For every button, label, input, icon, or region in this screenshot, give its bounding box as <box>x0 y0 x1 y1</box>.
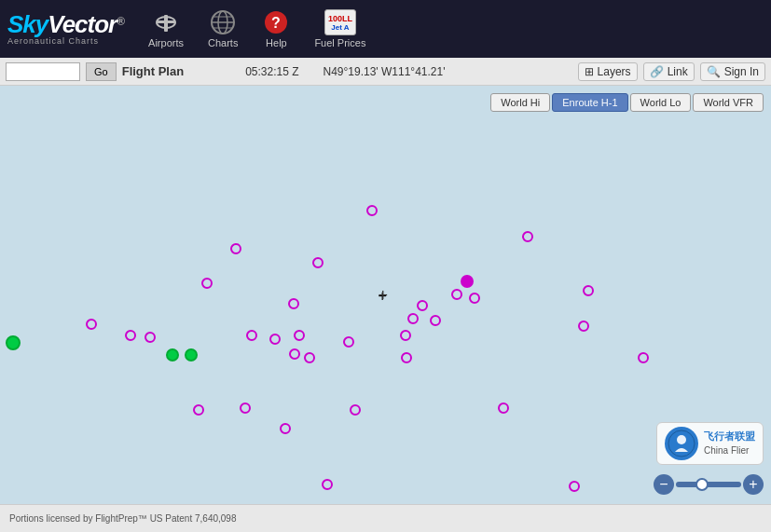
flight-plan-label: Flight Plan <box>122 64 184 78</box>
layers-label: Layers <box>598 65 631 78</box>
airport-dot[interactable] <box>469 293 480 304</box>
airport-dot[interactable] <box>294 330 305 341</box>
airport-dot[interactable] <box>451 289 462 300</box>
world-vfr-button[interactable]: World VFR <box>693 93 764 112</box>
airport-dot[interactable] <box>583 285 594 296</box>
airport-dot[interactable] <box>366 205 378 216</box>
airport-dot[interactable] <box>185 348 198 361</box>
airport-dot[interactable] <box>201 278 213 289</box>
airport-dot[interactable] <box>461 275 474 288</box>
airport-dot[interactable] <box>230 243 241 254</box>
airport-dot[interactable] <box>125 330 136 341</box>
china-flier-watermark[interactable]: 飞行者联盟 China Flier <box>656 422 764 465</box>
logo-text: SkyVector® <box>7 12 124 36</box>
airport-dot[interactable] <box>269 334 281 345</box>
airport-dot[interactable] <box>289 348 300 360</box>
airport-dot[interactable] <box>343 336 354 348</box>
logo-sub: Aeronautical Charts <box>7 36 124 46</box>
airport-dot[interactable] <box>350 404 361 416</box>
zoom-slider[interactable] <box>676 482 741 487</box>
header: SkyVector® Aeronautical Charts Airports … <box>0 0 771 58</box>
time-display: 05:32:15 Z <box>245 65 298 78</box>
airport-dot[interactable] <box>407 313 419 324</box>
airport-dot[interactable] <box>498 402 509 414</box>
charts-icon <box>209 9 237 35</box>
crosshair: + <box>379 288 393 303</box>
zoom-out-button[interactable]: − <box>654 474 674 495</box>
nav-airports[interactable]: Airports <box>139 6 193 52</box>
nav-help[interactable]: ? Help <box>253 6 299 52</box>
airport-dot[interactable] <box>240 402 251 414</box>
airport-dot[interactable] <box>578 321 589 332</box>
airport-dot[interactable] <box>400 330 411 341</box>
airports-icon <box>151 9 181 35</box>
world-hi-button[interactable]: World Hi <box>490 93 550 112</box>
airport-dot[interactable] <box>401 352 412 363</box>
sign-in-icon: 🔍 <box>707 65 721 78</box>
svg-rect-2 <box>157 20 175 23</box>
layers-button[interactable]: ⊞ Layers <box>578 62 638 81</box>
airport-dot[interactable] <box>430 315 441 326</box>
airport-dot[interactable] <box>417 300 428 311</box>
airport-dot[interactable] <box>312 257 324 268</box>
svg-text:?: ? <box>272 15 282 31</box>
search-input[interactable] <box>6 62 80 81</box>
license-text: Portions licensed by FlightPrep™ US Pate… <box>9 513 236 524</box>
airport-dot[interactable] <box>304 352 315 363</box>
layers-icon: ⊞ <box>585 65 594 78</box>
link-icon: 🔗 <box>650 65 664 78</box>
coords-display: N49°19.13' W111°41.21' <box>324 65 446 78</box>
nav-charts[interactable]: Charts <box>199 6 247 52</box>
fuel-icon: 100LL Jet A <box>324 9 356 35</box>
fuel-label: Fuel Prices <box>314 37 365 48</box>
svg-point-12 <box>677 435 686 444</box>
sign-in-label: Sign In <box>724 65 759 78</box>
airport-dot[interactable] <box>86 319 97 330</box>
sign-in-button[interactable]: 🔍 Sign In <box>700 62 765 81</box>
airport-dot[interactable] <box>193 404 204 416</box>
zoom-in-button[interactable]: + <box>743 474 764 495</box>
airport-dot[interactable] <box>288 298 299 309</box>
airport-dot[interactable] <box>280 423 291 434</box>
airports-label: Airports <box>148 37 184 48</box>
go-button[interactable]: Go <box>86 62 117 81</box>
enroute-h1-button[interactable]: Enroute H-1 <box>552 93 627 112</box>
airport-dot[interactable] <box>145 332 156 343</box>
help-label: Help <box>266 37 287 48</box>
map-area[interactable]: World Hi Enroute H-1 World Lo World VFR … <box>0 86 771 504</box>
airport-dot[interactable] <box>246 330 257 341</box>
airport-dot[interactable] <box>522 231 533 242</box>
help-icon: ? <box>262 9 290 35</box>
link-button[interactable]: 🔗 Link <box>643 62 695 81</box>
chart-buttons: World Hi Enroute H-1 World Lo World VFR <box>490 93 764 112</box>
toolbar: Go Flight Plan 05:32:15 Z N49°19.13' W11… <box>0 58 771 86</box>
nav-fuel[interactable]: 100LL Jet A Fuel Prices <box>305 6 375 52</box>
china-flier-text: 飞行者联盟 China Flier <box>704 430 755 457</box>
airport-dot[interactable] <box>6 335 21 350</box>
airport-dot[interactable] <box>569 481 580 492</box>
airport-dot[interactable] <box>638 352 649 363</box>
link-label: Link <box>668 65 688 78</box>
logo-area: SkyVector® Aeronautical Charts <box>7 12 124 46</box>
world-lo-button[interactable]: World Lo <box>630 93 692 112</box>
airport-dot[interactable] <box>166 348 179 361</box>
zoom-controls: − + <box>654 474 764 495</box>
charts-label: Charts <box>208 37 238 48</box>
airport-dot[interactable] <box>322 479 333 490</box>
china-flier-icon <box>665 427 698 460</box>
footer: Portions licensed by FlightPrep™ US Pate… <box>0 504 771 532</box>
